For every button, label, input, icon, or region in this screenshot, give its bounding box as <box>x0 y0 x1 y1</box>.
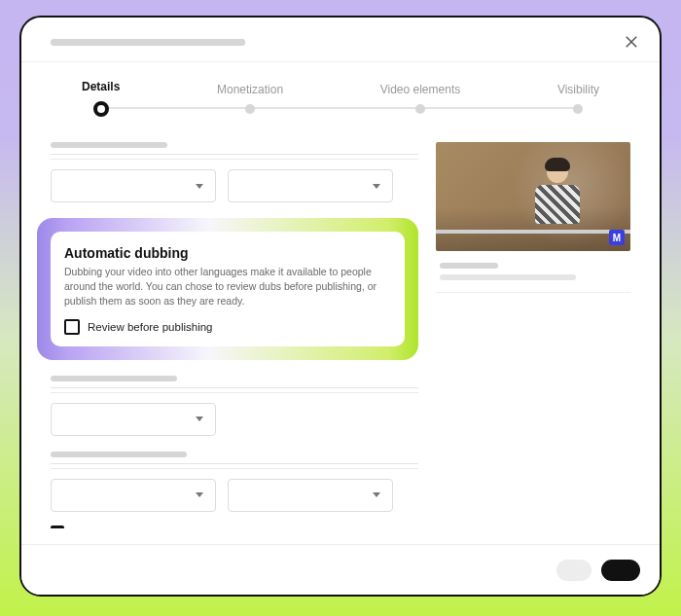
field-divider <box>51 154 418 155</box>
field-divider <box>51 159 418 160</box>
stepper-step-monetization[interactable]: Monetization <box>217 83 283 114</box>
chevron-down-icon <box>373 184 380 189</box>
field-divider <box>51 463 418 464</box>
chevron-down-icon <box>196 417 203 421</box>
chevron-down-icon <box>196 184 203 189</box>
stepper-label: Visibility <box>557 83 599 96</box>
dropdown-field[interactable] <box>228 479 393 512</box>
field-divider <box>51 387 418 388</box>
dialog-footer <box>21 544 660 595</box>
form-left-column: Automatic dubbing Dubbing your video int… <box>51 142 418 528</box>
close-button[interactable] <box>619 29 644 54</box>
field-label-placeholder <box>51 452 187 457</box>
field-label-placeholder <box>51 142 167 148</box>
field-divider <box>51 392 418 393</box>
dialog-card: Details Monetization Video elements Visi… <box>19 16 662 597</box>
stepper-step-video-elements[interactable]: Video elements <box>380 83 461 114</box>
preview-right-column: M <box>436 142 630 528</box>
next-button[interactable] <box>601 560 640 581</box>
stepper-label: Video elements <box>380 83 461 96</box>
chevron-down-icon <box>196 492 203 497</box>
option-checkbox-checked[interactable] <box>51 525 64 528</box>
review-before-publishing-checkbox[interactable] <box>64 319 80 335</box>
field-label-placeholder <box>51 376 177 381</box>
dropdown-field[interactable] <box>51 479 216 512</box>
thumbnail-meta-placeholder <box>440 274 576 280</box>
stepper-label: Details <box>82 80 120 93</box>
automatic-dubbing-description: Dubbing your video into other languages … <box>64 265 391 309</box>
stepper-step-visibility[interactable]: Visibility <box>557 83 599 114</box>
automatic-dubbing-highlight: Automatic dubbing Dubbing your video int… <box>37 218 418 360</box>
automatic-dubbing-title: Automatic dubbing <box>64 245 391 261</box>
stepper-step-details[interactable]: Details <box>82 80 120 117</box>
stepper-dot-icon <box>93 101 109 117</box>
stepper: Details Monetization Video elements Visi… <box>21 62 660 117</box>
dropdown-field[interactable] <box>51 403 216 436</box>
checkmark-icon <box>53 527 62 528</box>
dropdown-field[interactable] <box>51 169 216 202</box>
thumbnail-badge: M <box>609 230 625 245</box>
review-before-publishing-label: Review before publishing <box>88 321 213 333</box>
thumbnail-meta-placeholder <box>440 263 498 269</box>
stepper-dot-icon <box>573 104 583 114</box>
stepper-dot-icon <box>245 104 255 114</box>
field-divider <box>51 468 418 469</box>
chevron-down-icon <box>373 492 380 497</box>
stepper-track <box>99 107 582 109</box>
video-thumbnail[interactable]: M <box>436 142 630 251</box>
back-button[interactable] <box>556 560 591 581</box>
thumbnail-divider <box>436 292 630 293</box>
stepper-label: Monetization <box>217 83 283 96</box>
close-icon <box>623 33 640 51</box>
dropdown-field[interactable] <box>228 169 393 202</box>
stepper-dot-icon <box>415 104 425 114</box>
dialog-title-placeholder <box>51 39 245 46</box>
thumbnail-person <box>531 162 584 230</box>
